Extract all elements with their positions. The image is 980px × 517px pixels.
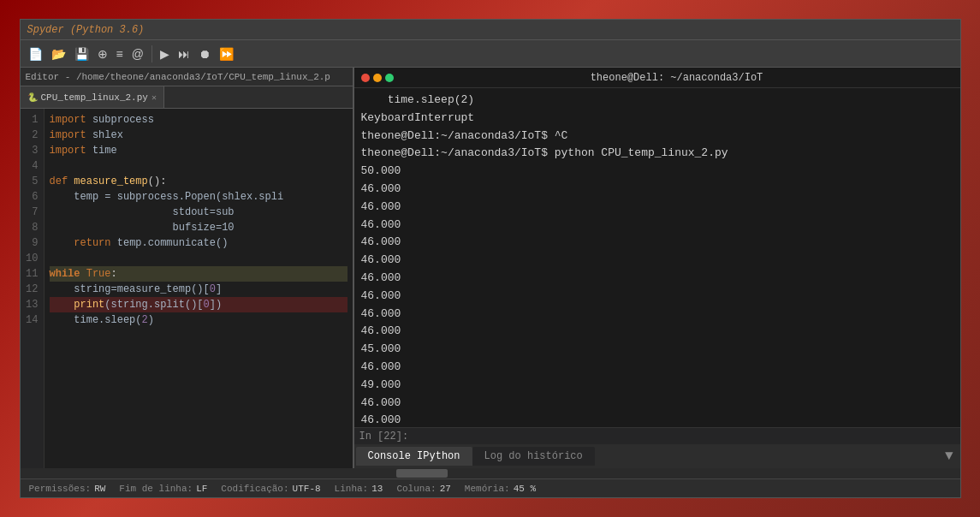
editor-header: Editor - /home/theone/anaconda3/IoT/CPU_… [21,68,353,86]
mem-value: 45 % [514,484,536,494]
term-line: 50.000 [361,163,953,181]
code-line-10 [50,251,347,266]
term-line: KeyboardInterrupt [361,110,953,128]
col-label: Coluna: [396,484,436,494]
code-line-9: return temp.communicate() [50,235,347,251]
eol-item: Fim de linha: LF [119,484,207,494]
term-line: 46.000 [361,288,953,306]
term-line: theone@Dell:~/anaconda3/IoT$ python CPU_… [361,145,953,163]
save-btn[interactable]: 💾 [72,45,92,62]
code-line-8: bufsize=10 [50,220,347,235]
line-label: Linha: [335,484,369,494]
editor-tab-file[interactable]: 🐍 CPU_temp_linux_2.py ✕ [21,86,164,108]
term-line: 46.000 [361,412,953,427]
term-line: 46.000 [361,323,953,341]
term-line: theone@Dell:~/anaconda3/IoT$ ^C [361,128,953,146]
minimize-dot[interactable] [373,74,382,82]
tab-log-label: Log do histórico [484,450,583,462]
toolbar: 📄 📂 💾 ⊕ ≡ @ ▶ ⏭ ⏺ ⏩ [21,40,960,68]
line-numbers: 1 2 3 4 5 6 7 8 9 10 11 12 13 14 [21,109,45,468]
tab-log-historico[interactable]: Log do histórico [472,447,595,466]
code-line-3: import time [50,143,347,158]
run-cell-btn[interactable]: ⏭ [175,45,193,62]
term-line: 46.000 [361,199,953,217]
line-num: 1 [26,112,39,128]
permissions-value: RW [94,484,105,494]
line-num: 7 [26,205,39,220]
find-btn[interactable]: @ [129,45,146,62]
terminal-body[interactable]: time.sleep(2) KeyboardInterrupt theone@D… [354,88,960,427]
term-line: 46.000 [361,234,953,252]
line-num: 10 [26,251,39,266]
code-lines: import subprocess import shlex import ti… [45,109,353,468]
content-area: Editor - /home/theone/anaconda3/IoT/CPU_… [21,68,960,468]
line-item: Linha: 13 [335,484,383,494]
terminal-header: theone@Dell: ~/anaconda3/IoT [354,68,960,88]
status-bar: Permissões: RW Fim de linha: LF Codifica… [21,478,960,497]
close-dot[interactable] [361,74,370,82]
line-num: 6 [26,189,39,205]
col-value: 27 [440,484,451,494]
mem-item: Memória: 45 % [465,484,536,494]
code-line-12: string=measure_temp()[0] [50,282,347,297]
term-line: 46.000 [361,359,953,377]
bottom-tabs: Console IPython Log do histórico ▼ [354,444,960,468]
terminal-title: theone@Dell: ~/anaconda3/IoT [401,72,953,84]
editor-path: Editor - /home/theone/anaconda3/IoT/CPU_… [26,72,330,82]
term-line: 46.000 [361,217,953,235]
line-num: 5 [26,174,39,189]
term-line: time.sleep(2) [361,92,953,110]
horizontal-scrollbar[interactable] [21,468,960,478]
mem-label: Memória: [465,484,510,494]
line-num: 14 [26,312,39,328]
term-line: 46.000 [361,270,953,288]
ipy-prompt: In [22]: [359,431,409,443]
permissions-item: Permissões: RW [29,484,106,494]
new-file-btn[interactable]: 📄 [26,45,45,62]
term-line: 49.000 [361,377,953,395]
encoding-value: UTF-8 [293,484,321,494]
line-num: 12 [26,282,39,297]
main-window: Spyder (Python 3.6) 📄 📂 💾 ⊕ ≡ @ ▶ ⏭ ⏺ ⏩ … [20,19,961,498]
code-line-1: import subprocess [50,112,347,128]
line-num: 3 [26,143,39,158]
code-line-11: while True: [50,266,347,282]
line-value: 13 [371,484,383,494]
terminal-panel: theone@Dell: ~/anaconda3/IoT time.sleep(… [354,68,960,468]
term-line: 46.000 [361,252,953,270]
term-line: 45.000 [361,341,953,359]
code-line-5: def measure_temp(): [50,174,347,189]
encoding-item: Codificação: UTF-8 [221,484,320,494]
code-line-7: stdout=sub [50,205,347,220]
term-line: 46.000 [361,181,953,199]
app-title: Spyder (Python 3.6) [27,24,145,36]
term-line: 46.000 [361,306,953,324]
debug-btn[interactable]: ⏺ [196,45,213,62]
tab-console-ipython[interactable]: Console IPython [356,447,472,466]
maximize-dot[interactable] [385,74,394,82]
col-item: Coluna: 27 [396,484,450,494]
encoding-label: Codificação: [221,484,288,494]
outline-btn[interactable]: ≡ [114,45,126,62]
file-icon: 🐍 [27,92,38,103]
line-num: 13 [26,297,39,312]
line-num: 9 [26,235,39,251]
title-bar: Spyder (Python 3.6) [21,20,960,40]
ipy-input-line: In [22]: [354,427,960,444]
tab-console-label: Console IPython [368,450,460,462]
line-num: 11 [26,266,39,282]
code-line-14: time.sleep(2) [50,312,347,328]
tab-close-btn[interactable]: ✕ [151,92,157,103]
line-num: 2 [26,128,39,143]
scroll-thumb[interactable] [396,469,448,478]
run-btn[interactable]: ▶ [157,45,172,62]
eol-label: Fim de linha: [119,484,193,494]
window-controls [361,74,394,82]
line-num: 8 [26,220,39,235]
scroll-right-btn[interactable]: ▼ [940,445,959,467]
open-file-btn[interactable]: 📂 [49,45,68,62]
code-editor[interactable]: 1 2 3 4 5 6 7 8 9 10 11 12 13 14 import … [21,109,353,468]
save-all-btn[interactable]: ⊕ [95,45,110,62]
code-line-13: print(string.split()[0]) [50,297,347,312]
step-btn[interactable]: ⏩ [217,45,236,62]
